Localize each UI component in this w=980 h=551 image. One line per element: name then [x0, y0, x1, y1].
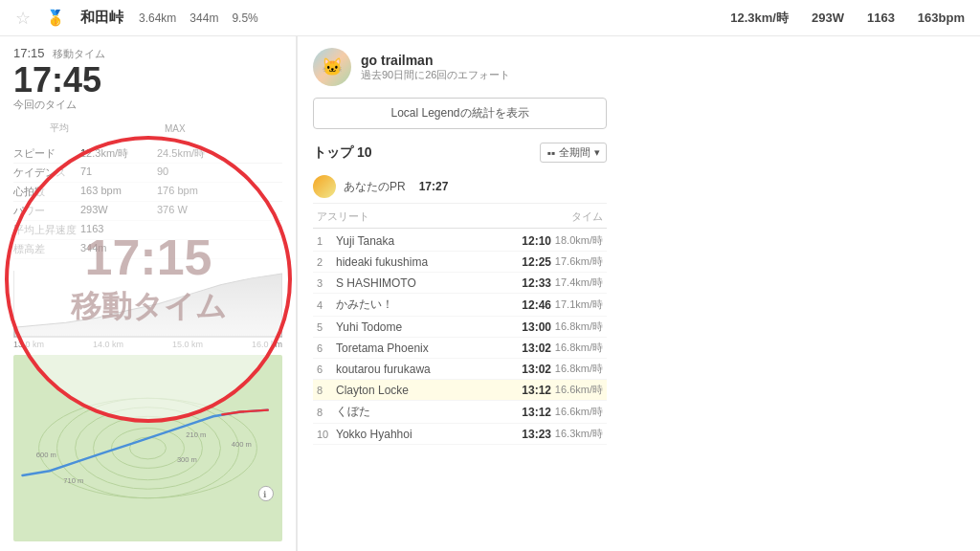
stat-distance: 3.64km	[139, 11, 176, 25]
medal-icon: 🥇	[46, 9, 65, 27]
lb-name: Yokko Hyahhoi	[336, 428, 507, 441]
lb-time: 12:46	[507, 298, 551, 312]
pr-row: あなたのPR 17:27	[313, 170, 607, 204]
main-time-label: 今回のタイム	[13, 98, 282, 112]
elevation-wrapper: 13.0 km 14.0 km 15.0 km 16.0 km	[13, 265, 282, 349]
map-svg: 710 m 600 m 300 m 210 m 400 m ℹ	[13, 355, 282, 541]
lb-name: koutarou furukawa	[336, 363, 507, 376]
stats-row: スピード 12.3km/時 24.5km/時	[13, 144, 282, 164]
sub-time-row: 17:15 移動タイム	[13, 46, 282, 61]
stats-row-avg: 71	[80, 165, 157, 180]
lb-speed: 16.6km/時	[551, 405, 603, 419]
stats-row-avg: 163 bpm	[80, 185, 157, 199]
stats-row-max: 90	[157, 165, 168, 180]
stats-row-label: 心拍数	[13, 185, 80, 199]
lb-time: 12:25	[507, 255, 551, 269]
profile-sub: 過去90日間に26回のエフォート	[361, 68, 510, 82]
right-panel: 🐱 go trailman 過去90日間に26回のエフォート Local Leg…	[297, 36, 622, 551]
stats-row-avg: 344m	[80, 242, 157, 256]
avatar[interactable]: 🐱	[313, 48, 351, 86]
lb-col-time: タイム	[571, 209, 603, 224]
segment-stats: 3.64km 344m 9.5%	[139, 11, 258, 25]
x-label-1: 14.0 km	[93, 340, 123, 349]
stats-row-avg: 293W	[80, 204, 157, 218]
svg-text:600 m: 600 m	[36, 451, 56, 459]
col-avg: 平均	[46, 121, 161, 137]
col-label	[13, 121, 46, 137]
stat-hr-top: 163bpm	[918, 11, 965, 25]
period-select[interactable]: ▪▪ 全期間 ▾	[540, 143, 607, 163]
pr-time: 17:27	[419, 180, 449, 193]
lb-speed: 16.6km/時	[551, 383, 603, 397]
lb-time: 13:02	[507, 363, 551, 376]
lb-time: 13:23	[507, 428, 551, 441]
x-label-0: 13.0 km	[13, 340, 44, 349]
stats-row: 平均上昇速度 1163	[13, 221, 282, 240]
lb-name: かみたい！	[336, 297, 507, 313]
top-bar-mid-stats: 12.3km/時 293W 1163 163bpm	[730, 10, 965, 27]
leaderboard-row: 10 Yokko Hyahhoi 13:23 16.3km/時	[313, 424, 607, 445]
lb-rank: 1	[317, 235, 336, 247]
legend-button[interactable]: Local Legendの統計を表示	[313, 98, 607, 129]
stat-grade: 9.5%	[232, 11, 257, 25]
top10-title: トップ 10	[313, 144, 371, 162]
lb-speed: 16.3km/時	[551, 427, 603, 441]
sub-time-label: 移動タイム	[53, 47, 105, 61]
chevron-down-icon: ▾	[594, 146, 600, 159]
lb-rank: 6	[317, 342, 336, 354]
star-icon[interactable]: ☆	[15, 8, 31, 29]
lb-rank: 8	[317, 407, 336, 418]
lb-rank: 5	[317, 321, 336, 333]
lb-time: 13:12	[507, 384, 551, 397]
lb-time: 13:02	[507, 342, 551, 355]
stats-row: 標高差 344m	[13, 240, 282, 259]
stats-row-max: 376 W	[157, 204, 188, 218]
stats-row-max: 176 bpm	[157, 185, 198, 199]
stat-speed-top: 12.3km/時	[730, 10, 789, 27]
profile-name: go trailman	[361, 53, 510, 68]
lb-speed: 17.4km/時	[551, 276, 603, 290]
stats-row-label: パワー	[13, 204, 80, 218]
lb-rank: 10	[317, 429, 336, 440]
elevation-svg	[14, 271, 282, 337]
leaderboard-row: 8 くぼた 13:12 16.6km/時	[313, 401, 607, 424]
top-bar: ☆ 🥇 和田峠 3.64km 344m 9.5% 12.3km/時 293W 1…	[0, 0, 980, 36]
lb-rank: 4	[317, 299, 336, 311]
lb-speed: 17.6km/時	[551, 254, 603, 269]
lb-speed: 16.8km/時	[551, 320, 603, 334]
lb-time: 12:10	[507, 234, 551, 248]
profile-row: 🐱 go trailman 過去90日間に26回のエフォート	[313, 48, 607, 86]
left-panel: 17:15 移動タイム 17:45 今回のタイム 平均 MAX スピード 12.…	[0, 36, 297, 551]
lb-time: 13:00	[507, 320, 551, 334]
leaderboard-row: 6 Toretama Phoenix 13:02 16.8km/時	[313, 338, 607, 359]
lb-name: Clayton Locke	[336, 384, 507, 397]
pr-label: あなたのPR	[344, 179, 406, 195]
lb-rank: 3	[317, 277, 336, 289]
period-label: 全期間	[559, 145, 590, 160]
lb-name: くぼた	[336, 404, 507, 420]
leaderboard-row: 1 Yuji Tanaka 12:10 18.0km/時	[313, 231, 607, 252]
svg-text:300 m: 300 m	[177, 455, 197, 464]
leaderboard-row: 3 S HASHIMOTO 12:33 17.4km/時	[313, 273, 607, 294]
stats-row-label: 標高差	[13, 242, 80, 256]
pr-avatar	[313, 175, 336, 198]
main-time: 17:45	[13, 63, 282, 98]
lb-time: 12:33	[507, 276, 551, 290]
lb-name: hideaki fukushima	[336, 255, 507, 269]
segment-title: 和田峠	[80, 9, 123, 27]
stat-score-top: 1163	[867, 11, 895, 25]
profile-info: go trailman 過去90日間に26回のエフォート	[361, 53, 510, 82]
stats-row-max: 24.5km/時	[157, 146, 205, 161]
stats-row: 心拍数 163 bpm 176 bpm	[13, 183, 282, 202]
lb-name: Yuhi Todome	[336, 320, 507, 334]
svg-text:710 m: 710 m	[63, 476, 83, 485]
avatar-image: 🐱	[313, 48, 351, 86]
lb-rank: 2	[317, 256, 336, 268]
lb-speed: 16.8km/時	[551, 362, 603, 376]
lb-speed: 17.1km/時	[551, 298, 603, 312]
stats-row: ケイデンス 71 90	[13, 164, 282, 183]
lb-rank: 8	[317, 385, 336, 396]
stats-row-avg: 12.3km/時	[80, 146, 157, 161]
stats-row-label: 平均上昇速度	[13, 223, 80, 237]
elevation-x-labels: 13.0 km 14.0 km 15.0 km 16.0 km	[13, 340, 282, 349]
